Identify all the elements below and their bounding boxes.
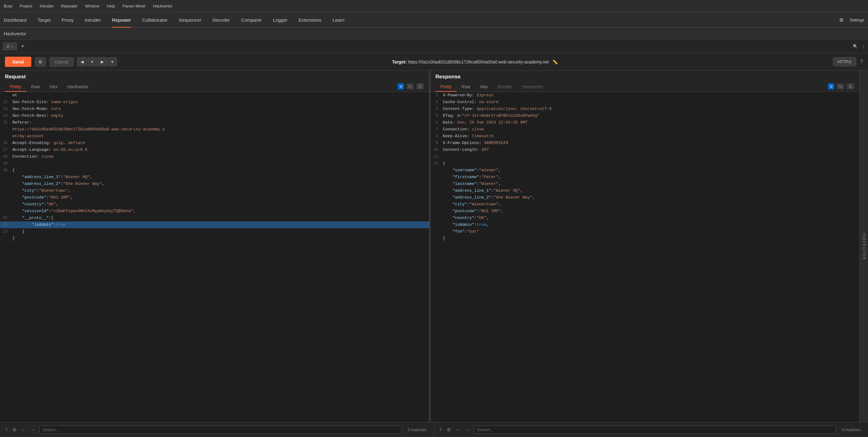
code-line-22: 22 "isAdmin":true (0, 222, 429, 228)
menu-burp[interactable]: Burp (4, 4, 12, 8)
nav-collaborator[interactable]: Collaborator (142, 13, 168, 27)
request-panel: Request Pretty Raw Hex Hackvertor ≡ \n ☰… (0, 71, 429, 422)
request-forward-icon[interactable]: → (30, 426, 37, 434)
nav-decoder[interactable]: Decoder (212, 13, 230, 27)
response-tab-pretty[interactable]: Pretty (436, 82, 457, 92)
request-settings-icon[interactable]: ⚙ (11, 426, 18, 434)
code-line-16: 16 Accept-Encoding: gzip, deflate (0, 140, 429, 146)
resp-line-3: 3 Cache-Control: no-store (431, 99, 860, 106)
code-line-17: 17 Accept-Language: en-US,en;q=0.9 (0, 146, 429, 153)
nav-target[interactable]: Target (37, 13, 51, 27)
http-version-badge[interactable]: HTTP/1 (833, 57, 856, 66)
nav-forward-button[interactable]: ▶ (97, 57, 107, 66)
response-tab-hackvertor[interactable]: Hackvertor (517, 82, 548, 92)
menu-help[interactable]: Help (106, 4, 115, 8)
code-line-country: "country":"UK", (0, 201, 429, 208)
request-search-input[interactable] (39, 426, 401, 434)
sub-nav-hackvertor[interactable]: Hackvertor (4, 27, 26, 41)
response-tab-controls: ≡ \n ☰ (828, 83, 855, 91)
response-title: Response (436, 74, 855, 80)
request-tabs: Pretty Raw Hex Hackvertor ≡ \n ☰ (5, 82, 424, 92)
menu-repeater[interactable]: Repeater (61, 4, 78, 8)
request-title: Request (5, 74, 424, 80)
request-wrap-icon[interactable]: ☰ (416, 83, 424, 90)
request-ln-icon[interactable]: \n (406, 83, 414, 90)
response-tab-render[interactable]: Render (493, 82, 517, 92)
menu-intruder[interactable]: Intruder (40, 4, 54, 8)
resp-line-6: 6 Date: Sun, 26 Feb 2023 22:03:35 GMT (431, 119, 860, 126)
tab-close-icon[interactable]: × (11, 44, 13, 48)
request-back-icon[interactable]: ← (20, 426, 27, 434)
resp-foo: "foo":"bar" (431, 228, 860, 235)
response-settings-icon[interactable]: ⚙ (445, 426, 452, 434)
tab-label: 2 (7, 44, 9, 48)
request-tab-raw[interactable]: Raw (26, 82, 45, 92)
code-line-13: 13 Sec-Fetch-Mode: cors (0, 106, 429, 112)
request-tab-pretty[interactable]: Pretty (5, 82, 26, 92)
response-help-icon[interactable]: ? (438, 426, 443, 434)
request-tab-hex[interactable]: Hex (45, 82, 63, 92)
code-line-sessionid: "sessionId":"v28wFPipmv0NhCXcMypHoyhqJTQ… (0, 208, 429, 215)
request-tab-hackvertor[interactable]: Hackvertor (63, 82, 94, 92)
response-forward-icon[interactable]: → (464, 426, 471, 434)
tab-add-button[interactable]: + (19, 42, 27, 51)
response-back-icon[interactable]: ← (455, 426, 462, 434)
response-matches-badge: 0 matches (838, 426, 864, 433)
menu-window[interactable]: Window (85, 4, 99, 8)
resp-postcode: "postcode":"BU1 1RP", (431, 208, 860, 215)
nav-back-dropdown[interactable]: ▾ (88, 57, 97, 66)
code-line-close: } (0, 235, 429, 242)
code-line-23: 23 } (0, 228, 429, 235)
resp-line-12: 12 { (431, 160, 860, 167)
response-tab-hex[interactable]: Hex (475, 82, 493, 92)
nav-forward-dropdown[interactable]: ▾ (108, 57, 117, 66)
send-settings-icon[interactable]: ⚙ (35, 57, 46, 67)
more-options-icon[interactable]: ⋮ (862, 44, 866, 48)
resp-isadmin: "isAdmin":true, (431, 222, 860, 228)
nav-logger[interactable]: Logger (273, 13, 288, 27)
nav-repeater[interactable]: Repeater (112, 13, 131, 28)
settings-label[interactable]: Settings (850, 18, 864, 22)
bottom-bar: ? ⚙ ← → 0 matches ? ⚙ ← → 0 matches (0, 422, 868, 437)
response-ln-icon[interactable]: \n (837, 83, 844, 90)
edit-target-icon[interactable]: ✏️ (552, 60, 558, 64)
nav-back-button[interactable]: ◀ (77, 57, 87, 66)
menu-hackvertor[interactable]: Hackvertor (153, 4, 173, 8)
resp-addr2: "address_line_2":"One Wiener Way", (431, 194, 860, 201)
request-tab-controls: ≡ \n ☰ (398, 83, 424, 91)
resp-username: "username":"wiener", (431, 167, 860, 174)
request-code-area[interactable]: et 12 Sec-Fetch-Site: same-origin 13 Sec… (0, 92, 429, 422)
code-line-addr2: "address_line_2":"One Wiener Way", (0, 180, 429, 188)
inspector-bar[interactable]: INSPECTOR (859, 71, 868, 422)
cancel-button[interactable]: Cancel (50, 57, 74, 67)
response-list-icon[interactable]: ≡ (828, 83, 834, 90)
response-code-area[interactable]: 2 X-Powered-By: Express 3 Cache-Control:… (431, 92, 860, 422)
resp-line-8: 8 Keep-Alive: timeout=5 (431, 133, 860, 140)
request-bottom-bar: ? ⚙ ← → 0 matches (0, 423, 434, 437)
main-nav: Dashboard Target Proxy Intruder Repeater… (0, 12, 868, 28)
response-search-input[interactable] (474, 426, 836, 434)
sub-nav: Hackvertor (0, 28, 868, 40)
nav-intruder[interactable]: Intruder (85, 13, 101, 27)
nav-extensions[interactable]: Extensions (299, 13, 321, 27)
send-button[interactable]: Send (5, 57, 31, 67)
menu-paramminer[interactable]: Param Miner (122, 4, 145, 8)
menu-project[interactable]: Project (20, 4, 32, 8)
tab-bar-right: 🔍 ⋮ (853, 44, 866, 48)
search-icon[interactable]: 🔍 (853, 44, 858, 48)
resp-line-5: 5 ETag: W/"cf-lkt+NobrCruBYB5v2iUSnDFwUX… (431, 112, 860, 119)
nav-comparer[interactable]: Comparer (241, 13, 262, 27)
code-line-14: 14 Sec-Fetch-Dest: empty (0, 112, 429, 119)
tab-2[interactable]: 2 × (2, 42, 18, 51)
response-wrap-icon[interactable]: ☰ (847, 83, 855, 90)
request-list-icon[interactable]: ≡ (398, 83, 404, 90)
nav-learn[interactable]: Learn (333, 13, 344, 27)
help-icon[interactable]: ? (860, 59, 863, 65)
nav-dashboard[interactable]: Dashboard (4, 13, 26, 27)
target-label: Target: (392, 60, 406, 64)
request-help-icon[interactable]: ? (4, 426, 9, 434)
nav-sequencer[interactable]: Sequencer (179, 13, 202, 27)
response-tab-raw[interactable]: Raw (457, 82, 475, 92)
nav-proxy[interactable]: Proxy (62, 13, 73, 27)
settings-gear-icon[interactable]: ⚙ (839, 17, 843, 23)
